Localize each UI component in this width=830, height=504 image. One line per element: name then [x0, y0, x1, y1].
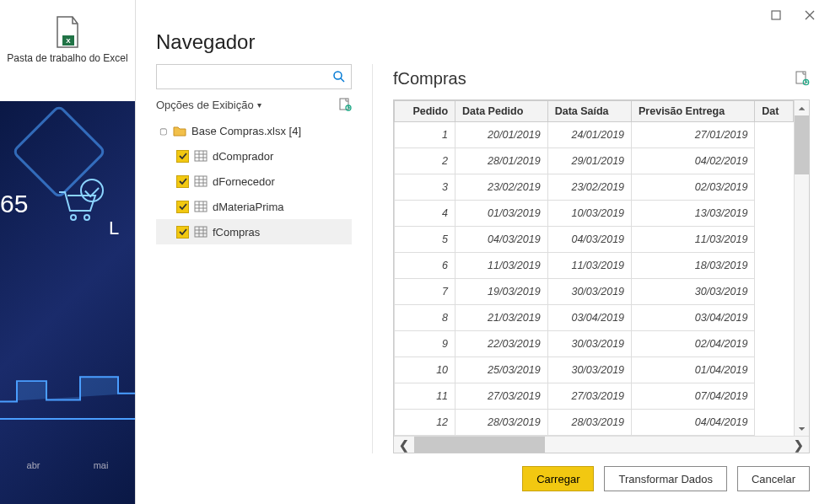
table-cell: 3: [395, 174, 455, 201]
ribbon-excel-button[interactable]: X Pasta de trabalho do Excel: [0, 0, 135, 101]
checkbox-checked-icon[interactable]: [176, 150, 189, 163]
table-cell: 04/02/2019: [632, 148, 755, 174]
table-row[interactable]: 120/01/201924/01/201927/01/2019: [395, 122, 794, 148]
scroll-right-arrow[interactable]: ❯: [789, 437, 809, 453]
table-cell: 5: [395, 227, 455, 253]
table-cell: 7: [395, 279, 455, 305]
background-months: abr mai: [0, 460, 135, 470]
scroll-down-arrow[interactable]: ⏷: [795, 421, 809, 436]
tree-item-dMateriaPrima[interactable]: dMateriaPrima: [156, 194, 352, 219]
table-cell: 18/03/2019: [632, 253, 755, 279]
checkbox-checked-icon[interactable]: [176, 175, 189, 188]
table-cell: 4: [395, 201, 455, 227]
table-cell: 11/03/2019: [455, 253, 548, 279]
table-icon: [194, 201, 208, 212]
table-row[interactable]: 821/03/201903/04/201903/04/2019: [395, 305, 794, 331]
source-tree: ▢ Base Compras.xlsx [4] dCompradordForne…: [156, 118, 352, 244]
table-row[interactable]: 401/03/201910/03/201913/03/2019: [395, 201, 794, 227]
table-cell: 11: [395, 383, 455, 410]
column-header[interactable]: Data Pedido: [455, 101, 548, 122]
search-icon[interactable]: [327, 70, 351, 83]
load-button[interactable]: Carregar: [522, 466, 594, 491]
table-row[interactable]: 1127/03/201927/03/201907/04/2019: [395, 383, 794, 410]
table-cell: 2: [395, 148, 455, 174]
caret-down-icon: ▢: [159, 126, 168, 136]
search-box: [156, 64, 352, 89]
table-row[interactable]: 504/03/201904/03/201911/03/2019: [395, 227, 794, 253]
table-cell: 11/03/2019: [547, 253, 631, 279]
table-cell: 10/03/2019: [547, 201, 631, 227]
excel-workbook-icon: X: [54, 15, 81, 49]
tree-item-dComprador[interactable]: dComprador: [156, 143, 352, 169]
table-cell: 30/03/2019: [632, 279, 755, 305]
svg-rect-4: [772, 11, 780, 19]
vertical-scrollbar[interactable]: ⏶ ⏷: [794, 100, 809, 436]
table-row[interactable]: 719/03/201930/03/201930/03/2019: [395, 279, 794, 305]
transform-data-button[interactable]: Transformar Dados: [604, 466, 727, 491]
chevron-down-icon: ▾: [257, 100, 261, 110]
dialog-footer: Carregar Transformar Dados Cancelar: [136, 453, 830, 504]
search-input[interactable]: [157, 65, 327, 88]
scroll-up-arrow[interactable]: ⏶: [795, 100, 809, 115]
table-row[interactable]: 228/01/201929/01/201904/02/2019: [395, 148, 794, 174]
tree-item-dFornecedor[interactable]: dFornecedor: [156, 169, 352, 194]
table-cell: 04/03/2019: [455, 227, 548, 253]
background-number: 65: [0, 190, 28, 218]
svg-rect-8: [195, 151, 207, 161]
table-icon: [194, 226, 208, 238]
display-options-dropdown[interactable]: Opções de Exibição ▾: [156, 99, 261, 111]
table-cell: 30/03/2019: [547, 357, 631, 383]
background-chart: [0, 352, 135, 420]
preview-table-container: PedidoData PedidoData SaídaPrevisão Entr…: [393, 99, 810, 453]
table-cell: 30/03/2019: [547, 279, 631, 305]
table-row[interactable]: 1228/03/201928/03/201904/04/2019: [395, 410, 794, 436]
table-cell: 11/03/2019: [632, 227, 755, 253]
background-letter: L: [109, 217, 119, 239]
checkbox-checked-icon[interactable]: [176, 226, 189, 239]
maximize-button[interactable]: [763, 3, 790, 27]
tree-root-label: Base Compras.xlsx [4]: [191, 125, 301, 137]
preview-refresh-icon[interactable]: [795, 71, 810, 86]
checkbox-checked-icon[interactable]: [176, 201, 189, 213]
table-cell: 27/01/2019: [632, 122, 755, 148]
table-cell: 02/04/2019: [632, 331, 755, 357]
table-cell: 23/02/2019: [547, 174, 631, 201]
table-icon: [194, 150, 208, 162]
table-cell: 29/01/2019: [547, 148, 631, 174]
table-row[interactable]: 922/03/201930/03/201902/04/2019: [395, 331, 794, 357]
table-cell: 01/03/2019: [455, 201, 548, 227]
preview-title: fCompras: [393, 69, 466, 88]
folder-icon: [173, 125, 186, 137]
scroll-left-arrow[interactable]: ❮: [394, 437, 414, 453]
navigator-tree-panel: Opções de Exibição ▾ ▢ Base Compras.xlsx…: [156, 64, 352, 453]
table-row[interactable]: 611/03/201911/03/201918/03/2019: [395, 253, 794, 279]
table-cell: 19/03/2019: [455, 279, 548, 305]
cancel-button[interactable]: Cancelar: [737, 466, 810, 491]
tree-item-fCompras[interactable]: fCompras: [156, 219, 352, 244]
table-cell: 23/02/2019: [455, 174, 548, 201]
column-header[interactable]: Data Saída: [547, 101, 631, 122]
table-cell: 21/03/2019: [455, 305, 548, 331]
tree-item-label: dMateriaPrima: [213, 201, 284, 213]
refresh-icon[interactable]: [338, 98, 352, 111]
table-cell: 20/01/2019: [455, 122, 548, 148]
table-cell: 28/01/2019: [455, 148, 548, 174]
close-button[interactable]: [796, 3, 823, 27]
column-header[interactable]: Previsão Entrega: [632, 101, 755, 122]
column-header[interactable]: Pedido: [395, 101, 455, 122]
horizontal-scrollbar[interactable]: ❮ ❯: [394, 436, 809, 453]
svg-text:X: X: [66, 37, 71, 45]
table-cell: 28/03/2019: [455, 410, 548, 436]
table-row[interactable]: 323/02/201923/02/201902/03/2019: [395, 174, 794, 201]
background-dashboard: 65 L abr mai: [0, 101, 135, 504]
table-cell: 28/03/2019: [547, 410, 631, 436]
table-cell: 27/03/2019: [547, 383, 631, 410]
tree-item-label: dFornecedor: [213, 175, 275, 188]
tree-root[interactable]: ▢ Base Compras.xlsx [4]: [156, 118, 352, 143]
column-header[interactable]: Dat: [755, 101, 794, 122]
svg-rect-18: [195, 201, 207, 212]
table-row[interactable]: 1025/03/201930/03/201901/04/2019: [395, 357, 794, 383]
table-cell: 6: [395, 253, 455, 279]
table-cell: 30/03/2019: [547, 331, 631, 357]
check-circle-icon: [80, 179, 104, 202]
